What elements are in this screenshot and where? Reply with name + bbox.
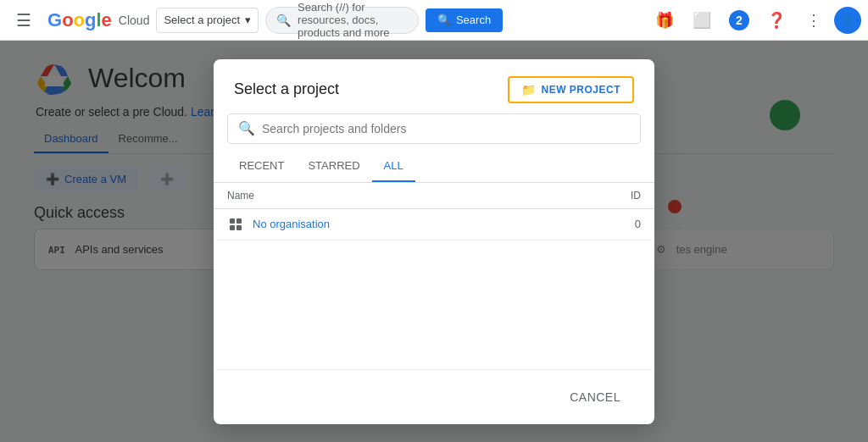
cloud-icon: ⬜ <box>693 11 711 30</box>
dialog-search-row: 🔍 <box>214 113 654 151</box>
notification-btn[interactable]: 2 <box>722 3 756 37</box>
svg-rect-3 <box>236 225 242 230</box>
project-selector-label: Select a project <box>164 14 240 26</box>
help-btn[interactable]: ❓ <box>760 3 793 37</box>
dialog-title: Select a project <box>234 80 339 98</box>
logo-cloud-text: Cloud <box>119 14 150 27</box>
more-icon: ⋮ <box>806 11 821 30</box>
tab-all[interactable]: ALL <box>372 151 415 182</box>
row-org-id: 0 <box>573 218 641 230</box>
topbar: ☰ Google Cloud Select a project ▾ 🔍 Sear… <box>0 0 868 41</box>
tab-recent[interactable]: RECENT <box>227 151 296 182</box>
dialog-header: Select a project 📁 NEW PROJECT <box>214 59 654 113</box>
project-selector[interactable]: Select a project ▾ <box>156 8 259 33</box>
logo-letter-o1: o <box>62 9 73 30</box>
cloud-icon-btn[interactable]: ⬜ <box>685 3 719 37</box>
dialog-tabs: RECENT STARRED ALL <box>214 151 654 183</box>
logo-letter-o2: o <box>74 9 85 30</box>
project-search-input[interactable] <box>262 122 630 135</box>
table-row[interactable]: No organisation 0 <box>214 209 654 240</box>
search-placeholder-text: Search (//) for resources, docs, product… <box>298 1 408 39</box>
svg-rect-2 <box>230 225 235 230</box>
svg-rect-0 <box>230 218 235 224</box>
col-name-header: Name <box>227 190 573 202</box>
gift-icon-btn[interactable]: 🎁 <box>648 3 682 37</box>
row-org-name[interactable]: No organisation <box>253 218 573 230</box>
logo-letter-g2: g <box>85 9 96 30</box>
topbar-icons: 🎁 ⬜ 2 ❓ ⋮ 👤 <box>648 3 861 37</box>
notification-icon: 2 <box>729 10 749 30</box>
search-bar: 🔍 Search (//) for resources, docs, produ… <box>265 7 419 34</box>
hamburger-icon: ☰ <box>16 10 31 30</box>
svg-rect-1 <box>236 218 242 224</box>
col-id-header: ID <box>573 190 641 202</box>
dialog-search-container: 🔍 <box>227 113 641 144</box>
dialog-body: Name ID No organisation 0 <box>214 183 654 369</box>
search-icon: 🔍 <box>276 14 291 27</box>
google-cloud-logo[interactable]: Google Cloud <box>47 9 149 31</box>
modal-overlay: Select a project 📁 NEW PROJECT 🔍 RECENT … <box>0 41 868 442</box>
gift-icon: 🎁 <box>655 11 674 30</box>
user-avatar[interactable]: 👤 <box>834 7 861 34</box>
avatar-image: 👤 <box>841 14 855 27</box>
logo-letter-g: G <box>47 9 62 30</box>
select-project-dialog: Select a project 📁 NEW PROJECT 🔍 RECENT … <box>214 59 654 424</box>
row-icon <box>227 216 244 233</box>
search-icon-btn: 🔍 <box>437 14 451 26</box>
new-project-button[interactable]: 📁 NEW PROJECT <box>508 76 634 103</box>
dialog-footer: CANCEL <box>214 369 654 424</box>
chevron-down-icon: ▾ <box>245 14 251 26</box>
search-icon-dialog: 🔍 <box>238 120 255 136</box>
help-icon: ❓ <box>767 11 786 30</box>
more-options-btn[interactable]: ⋮ <box>797 3 831 37</box>
hamburger-menu[interactable]: ☰ <box>7 3 41 37</box>
table-header: Name ID <box>214 183 654 209</box>
cancel-button[interactable]: CANCEL <box>556 384 634 411</box>
folder-plus-icon: 📁 <box>521 83 537 97</box>
logo-letter-e: e <box>102 9 112 30</box>
tab-starred[interactable]: STARRED <box>296 151 371 182</box>
search-button[interactable]: 🔍 Search <box>426 8 503 32</box>
